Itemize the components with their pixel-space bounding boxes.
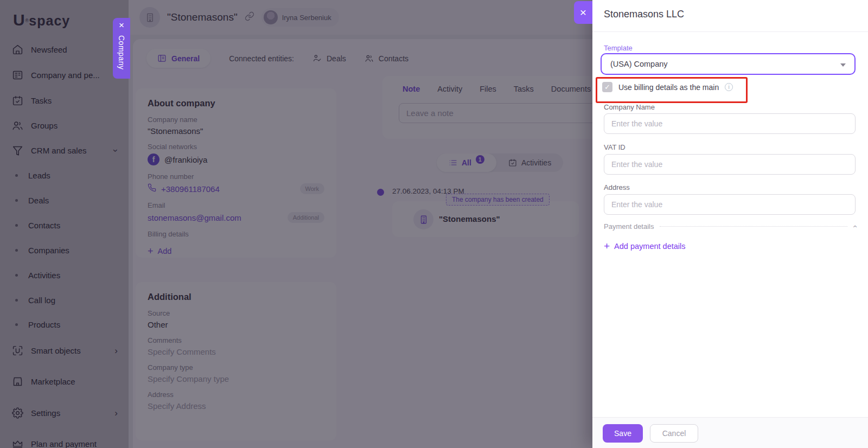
close-icon[interactable]: × [113, 21, 130, 30]
info-icon[interactable]: i [725, 83, 733, 91]
close-icon: × [580, 6, 586, 19]
template-selected-value: (USA) Company [610, 60, 668, 68]
cancel-button[interactable]: Cancel [650, 424, 698, 443]
payment-details-label: Payment details [604, 222, 654, 231]
add-payment-label: Add payment details [614, 242, 685, 251]
add-payment-details-button[interactable]: + Add payment details [604, 241, 686, 251]
company-name-input[interactable] [604, 113, 856, 134]
save-button[interactable]: Save [603, 424, 643, 443]
address-input[interactable] [604, 194, 856, 215]
company-name-label: Company Name [604, 103, 655, 111]
billing-details-drawer: × Stonemasons LLC Template (USA) Company… [592, 0, 868, 448]
checkbox-label: Use billing details as the main [618, 83, 719, 92]
chevron-down-icon [840, 63, 846, 67]
collapse-chevron-icon[interactable]: › [850, 225, 859, 228]
company-tab-label: Company [117, 35, 126, 69]
app-root: U®spacy Newsfeed Company and pe... › Tas… [0, 0, 868, 448]
divider [592, 31, 868, 32]
sidebar-backdrop [0, 0, 129, 448]
check-icon: ✓ [604, 83, 610, 91]
template-select[interactable]: (USA) Company [601, 53, 856, 75]
billing-main-checkbox-row: ✓ Use billing details as the main i [602, 82, 733, 92]
divider [660, 226, 848, 227]
company-drawer-tab[interactable]: × Company [113, 18, 130, 79]
drawer-close-button[interactable]: × [574, 1, 592, 24]
payment-details-section: Payment details › [604, 222, 856, 231]
plus-icon: + [604, 241, 610, 251]
vat-id-input[interactable] [604, 154, 856, 175]
address-label: Address [604, 183, 630, 191]
drawer-footer: Save Cancel [592, 417, 868, 448]
drawer-title: Stonemasons LLC [604, 9, 684, 20]
template-label: Template [604, 44, 633, 52]
billing-main-checkbox[interactable]: ✓ [602, 82, 612, 92]
vat-id-label: VAT ID [604, 143, 626, 151]
